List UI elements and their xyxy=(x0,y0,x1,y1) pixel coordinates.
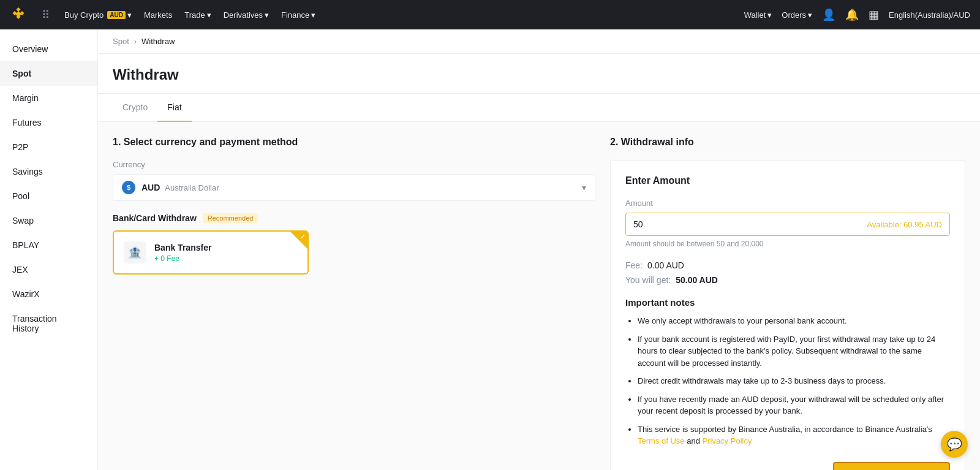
tab-fiat[interactable]: Fiat xyxy=(157,94,191,122)
chevron-down-icon xyxy=(808,10,812,20)
topnav: ⠿ Buy Crypto AUD Markets Trade Derivativ… xyxy=(0,0,980,29)
bank-transfer-card[interactable]: ✓ 🏦 Bank Transfer + 0 Fee xyxy=(113,230,309,275)
notes-list: We only accept withdrawals to your perso… xyxy=(625,315,950,447)
breadcrumb-current: Withdraw xyxy=(141,37,175,46)
aud-badge: AUD xyxy=(107,11,126,19)
continue-btn-wrapper: Continue xyxy=(625,462,950,471)
topnav-right: Wallet Orders 👤 🔔 ▦ English(Australia)/A… xyxy=(744,8,970,21)
available-value: 60.95 AUD xyxy=(903,220,942,229)
nav-trade[interactable]: Trade xyxy=(184,10,211,20)
tabs: Crypto Fiat xyxy=(98,94,980,122)
available-label: Available: xyxy=(867,220,901,229)
sidebar-item-transaction-history[interactable]: Transaction History xyxy=(0,306,97,341)
bank-transfer-name: Bank Transfer xyxy=(154,243,211,252)
fee-label: Fee: xyxy=(625,260,643,270)
sidebar-item-savings[interactable]: Savings xyxy=(0,159,97,184)
left-panel: 1. Select currency and payment method Cu… xyxy=(113,137,595,470)
page-header: Withdraw xyxy=(98,54,980,94)
amount-label: Amount xyxy=(625,199,950,208)
main-content: Spot › Withdraw Withdraw Crypto Fiat 1. … xyxy=(98,29,980,470)
note-3: Direct credit withdrawals may take up to… xyxy=(638,375,950,387)
currency-name: Australia Dollar xyxy=(165,183,219,192)
fee-row: Fee: 0.00 AUD xyxy=(625,260,950,270)
logo[interactable] xyxy=(10,6,27,23)
sidebar-item-pool[interactable]: Pool xyxy=(0,184,97,208)
terms-of-use-link[interactable]: Terms of Use xyxy=(638,436,685,445)
fee-value: 0.00 AUD xyxy=(647,260,684,270)
amount-input-wrapper: Available: 60.95 AUD xyxy=(625,213,950,236)
sidebar-item-overview[interactable]: Overview xyxy=(0,37,97,61)
amount-input[interactable] xyxy=(633,213,664,235)
you-get-value: 50.00 AUD xyxy=(676,275,718,285)
nav-derivatives[interactable]: Derivatives xyxy=(224,10,269,20)
breadcrumb-separator: › xyxy=(134,37,137,46)
sidebar-item-bplay[interactable]: BPLAY xyxy=(0,233,97,257)
layout: Overview Spot Margin Futures P2P Savings… xyxy=(0,29,980,470)
sidebar-item-futures[interactable]: Futures xyxy=(0,110,97,135)
sidebar-item-swap[interactable]: Swap xyxy=(0,208,97,233)
chat-icon: 💬 xyxy=(947,437,962,452)
chevron-down-icon xyxy=(265,10,269,20)
wallet-link[interactable]: Wallet xyxy=(744,10,772,20)
notes-title: Important notes xyxy=(625,297,950,308)
chevron-down-icon xyxy=(207,10,211,20)
chat-button[interactable]: 💬 xyxy=(941,431,968,458)
amount-hint: Amount should be between 50 and 20,000 xyxy=(625,240,950,248)
withdrawal-info-card: Enter Amount Amount Available: 60.95 AUD… xyxy=(610,160,965,470)
you-get-row: You will get: 50.00 AUD xyxy=(625,275,950,285)
binance-logo-icon xyxy=(10,6,27,23)
notifications-icon[interactable]: 🔔 xyxy=(845,8,859,21)
svg-marker-0 xyxy=(17,7,21,12)
chevron-down-icon xyxy=(767,10,772,20)
note-1: We only accept withdrawals to your perso… xyxy=(638,315,950,327)
profile-icon[interactable]: 👤 xyxy=(822,8,835,21)
continue-button[interactable]: Continue xyxy=(833,462,950,471)
note-2: If your bank account is registered with … xyxy=(638,333,950,370)
enter-amount-title: Enter Amount xyxy=(625,175,950,186)
sidebar-item-jex[interactable]: JEX xyxy=(0,257,97,282)
content-area: 1. Select currency and payment method Cu… xyxy=(98,122,980,470)
svg-marker-4 xyxy=(15,11,21,17)
sidebar: Overview Spot Margin Futures P2P Savings… xyxy=(0,29,98,470)
page-title: Withdraw xyxy=(113,66,965,93)
bank-icon: 🏦 xyxy=(124,241,146,263)
chevron-down-icon xyxy=(127,10,132,20)
language-selector[interactable]: English(Australia)/AUD xyxy=(889,10,970,20)
right-section-title: 2. Withdrawal info xyxy=(610,137,965,148)
tab-crypto[interactable]: Crypto xyxy=(113,94,157,122)
currency-select[interactable]: $ AUD Australia Dollar xyxy=(113,174,595,201)
left-section-title: 1. Select currency and payment method xyxy=(113,137,595,148)
sidebar-item-p2p[interactable]: P2P xyxy=(0,135,97,159)
apps-grid-icon[interactable]: ⠿ xyxy=(42,8,50,21)
payment-method-label: Bank/Card Withdraw Recommended xyxy=(113,213,595,223)
privacy-policy-link[interactable]: Privacy Policy xyxy=(703,436,752,445)
orders-link[interactable]: Orders xyxy=(782,10,812,20)
sidebar-item-margin[interactable]: Margin xyxy=(0,86,97,110)
chevron-down-icon xyxy=(311,10,315,20)
note-5: This service is supported by Binance Aus… xyxy=(638,423,950,447)
bank-transfer-info: Bank Transfer + 0 Fee xyxy=(154,243,211,263)
recommended-badge: Recommended xyxy=(203,213,258,223)
currency-code: AUD xyxy=(141,183,160,192)
nav-markets[interactable]: Markets xyxy=(144,10,172,20)
you-get-label: You will get: xyxy=(625,275,671,285)
nav-buy-crypto[interactable]: Buy Crypto AUD xyxy=(64,10,132,20)
bank-transfer-fee: + 0 Fee xyxy=(154,254,211,263)
check-icon: ✓ xyxy=(300,233,306,241)
aud-currency-icon: $ xyxy=(122,181,135,194)
qr-icon[interactable]: ▦ xyxy=(869,8,879,21)
note-4: If you have recently made an AUD deposit… xyxy=(638,393,950,417)
right-panel: 2. Withdrawal info Enter Amount Amount A… xyxy=(610,137,965,470)
nav-finance[interactable]: Finance xyxy=(281,10,315,20)
currency-label: Currency xyxy=(113,160,595,169)
breadcrumb-spot-link[interactable]: Spot xyxy=(113,37,129,46)
sidebar-item-spot[interactable]: Spot xyxy=(0,61,97,86)
available-amount: Available: 60.95 AUD xyxy=(867,220,942,229)
sidebar-item-wazirx[interactable]: WazirX xyxy=(0,282,97,306)
chevron-down-icon xyxy=(582,183,586,192)
nav-links: Buy Crypto AUD Markets Trade Derivatives… xyxy=(64,10,729,20)
breadcrumb: Spot › Withdraw xyxy=(98,29,980,54)
